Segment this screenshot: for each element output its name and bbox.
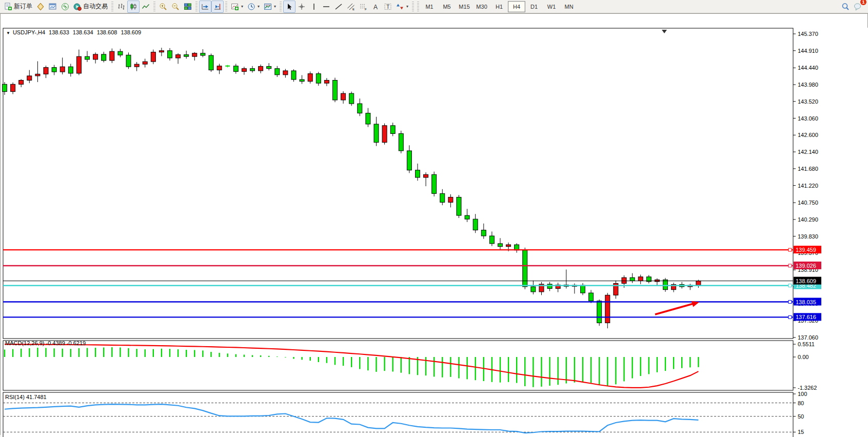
new-order-button[interactable]: 新订单 (2, 1, 34, 13)
horizontal-line-button[interactable] (320, 1, 332, 13)
periods-button[interactable]: ▾ (245, 1, 262, 13)
line-anchor-marker (788, 315, 792, 319)
bull-candle (506, 245, 511, 247)
bull-candle (696, 281, 701, 286)
collapse-quote-icon[interactable]: ▼ (6, 31, 10, 35)
timeframe-m15-button[interactable]: M15 (456, 1, 473, 12)
price-tick-label: 140.750 (798, 200, 818, 206)
bear-candle (630, 277, 635, 281)
bull-candle (35, 74, 40, 76)
autotrade-button[interactable]: 自动交易 (71, 1, 110, 13)
macd-pane[interactable]: MACD(12,26,9) -0.4389 -0.6219 (3, 340, 793, 390)
svg-text:139.026: 139.026 (796, 263, 816, 269)
chevron-down-icon: ▾ (258, 4, 260, 9)
chart-window-button[interactable] (47, 1, 59, 13)
channel-icon: E (347, 3, 355, 11)
bear-candle (300, 80, 304, 82)
bear-candle (399, 133, 403, 150)
current-price-badge: 138.609 (794, 277, 821, 285)
fibonacci-icon: F (359, 3, 367, 11)
text-label-button[interactable]: T (382, 1, 394, 13)
price-pane[interactable] (3, 28, 794, 339)
zoom-in-button[interactable] (157, 1, 169, 13)
timeframe-d1-button[interactable]: D1 (525, 1, 543, 12)
bull-candle (143, 62, 147, 64)
bear-candle (547, 284, 552, 289)
bull-candle (424, 174, 428, 177)
chart-window[interactable]: ▼USDJPY-,H4138.633138.634138.608138.609 … (0, 13, 868, 435)
notification-badge: 1 (860, 0, 866, 5)
chart-window-icon (49, 3, 57, 11)
vertical-line-button[interactable] (308, 1, 320, 13)
signals-button[interactable] (59, 1, 71, 13)
bull-candle (27, 76, 32, 81)
bull-candle (44, 68, 48, 74)
channel-button[interactable]: E (345, 1, 357, 13)
bear-candle (68, 67, 73, 73)
line-chart-button[interactable] (140, 1, 152, 13)
auto-scroll-button[interactable] (199, 1, 211, 13)
notifications-button[interactable]: 1 (852, 1, 864, 13)
timeframe-h1-button[interactable]: H1 (490, 1, 508, 12)
bear-candle (3, 84, 7, 91)
line-anchor-marker (788, 264, 792, 267)
search-button[interactable] (839, 1, 852, 13)
signals-icon (61, 3, 69, 11)
bear-candle (102, 54, 106, 61)
toolbar-separator (280, 2, 282, 12)
tile-windows-button[interactable] (182, 1, 194, 13)
autotrade-icon (73, 3, 82, 11)
bull-candle (217, 66, 222, 70)
bear-candle (168, 51, 172, 58)
indicators-button[interactable]: ▾ (229, 1, 245, 13)
bar-chart-button[interactable] (115, 1, 127, 13)
bear-candle (291, 71, 296, 80)
search-icon (841, 3, 850, 11)
quote-open: 138.633 (49, 29, 69, 35)
cursor-button[interactable] (283, 1, 295, 13)
rsi-label: RSI(14) 41.7481 (5, 394, 47, 400)
zoom-out-button[interactable] (169, 1, 182, 13)
fibonacci-button[interactable]: F (357, 1, 369, 13)
timeframe-w1-button[interactable]: W1 (543, 1, 560, 12)
timeframe-m30-button[interactable]: M30 (473, 1, 490, 12)
bull-candle (324, 80, 329, 83)
price-tick-label: 144.910 (798, 48, 818, 54)
periods-clock-icon (247, 3, 255, 11)
rsi-pane[interactable]: RSI(14) 41.7481 (3, 392, 793, 437)
macd-label: MACD(12,26,9) -0.4389 -0.6219 (5, 340, 86, 346)
price-tick-label: 137.060 (798, 334, 818, 341)
bear-candle (489, 236, 494, 244)
cursor-arrow-icon (285, 3, 293, 11)
timeframe-m1-button[interactable]: M1 (421, 1, 438, 12)
horizontal-line-icon (322, 3, 330, 11)
arrows-button[interactable]: ▾ (394, 1, 410, 13)
line-anchor-marker (788, 301, 792, 304)
bear-candle (250, 69, 255, 71)
bull-candle (60, 67, 65, 72)
templates-button[interactable]: ▾ (262, 1, 278, 13)
bull-candle (93, 54, 98, 59)
timeframe-mn-button[interactable]: MN (560, 1, 578, 12)
bear-candle (358, 104, 362, 113)
candlestick-button[interactable] (127, 1, 140, 13)
timeframe-h4-button[interactable]: H4 (508, 1, 525, 12)
metaeditor-icon (36, 3, 45, 11)
chart-canvas[interactable]: MACD(12,26,9) -0.4389 -0.6219RSI(14) 41.… (1, 14, 868, 437)
timeframe-m5-button[interactable]: M5 (438, 1, 456, 12)
trendline-button[interactable] (332, 1, 345, 13)
toolbar-separator (225, 2, 227, 12)
bear-candle (52, 68, 56, 72)
bear-candle (581, 285, 585, 293)
text-button[interactable]: A (369, 1, 382, 13)
chart-quote-title: ▼USDJPY-,H4138.633138.634138.608138.609 (5, 29, 143, 35)
metaeditor-button[interactable] (34, 1, 47, 13)
chart-shift-button[interactable] (211, 1, 224, 13)
bear-candle (209, 55, 213, 70)
price-tick-label: 142.600 (798, 132, 818, 138)
zoom-in-icon (159, 3, 167, 11)
bull-candle (622, 277, 626, 283)
bear-candle (316, 74, 321, 84)
crosshair-button[interactable] (295, 1, 308, 13)
bull-candle (176, 55, 181, 58)
